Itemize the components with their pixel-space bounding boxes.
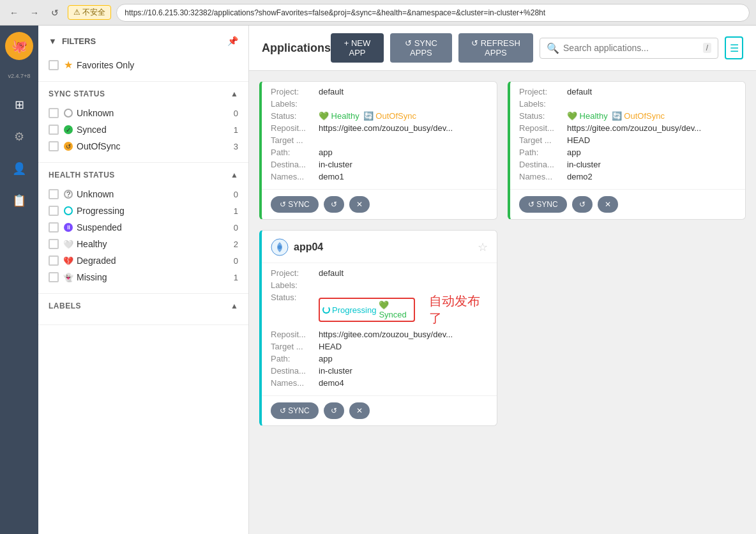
sidebar-icon-user[interactable]: 👤: [6, 156, 32, 181]
app-card-actions-1: ↺ SYNC ↺ ✕: [262, 189, 497, 219]
badge-synced-app04: 💚 Synced: [379, 300, 411, 319]
chinese-annotation: 自动发布了: [429, 293, 488, 327]
status-badges-app04: Progressing 💚 Synced 自动发布了: [319, 293, 488, 327]
delete-button-2[interactable]: ✕: [598, 196, 618, 213]
top-bar-actions: + NEW APP ↺ SYNC APPS ↺ REFRESH APPS 🔍 /…: [331, 33, 743, 63]
app-field-ns-1: Names... demo1: [271, 172, 488, 181]
sync-synced-item: ✓ Synced 1: [49, 121, 238, 138]
view-toggle-button[interactable]: ☰: [725, 36, 743, 59]
filter-title: ▼ FILTERS: [49, 36, 96, 46]
app-argo-icon: [271, 238, 289, 256]
sidebar-icon-layers[interactable]: ⊞: [6, 92, 32, 118]
sync-synced-checkbox[interactable]: [49, 125, 59, 135]
app-card-partial-1: Project: default Labels: Status: 💚 Healt…: [259, 81, 497, 220]
refresh-button-app04[interactable]: ↺: [324, 402, 344, 419]
delete-button-app04[interactable]: ✕: [349, 402, 370, 419]
version-label: v2.4.7+8: [8, 73, 31, 79]
health-missing-label: 👻 Missing: [64, 272, 229, 282]
refresh-button-1[interactable]: ↺: [324, 196, 344, 213]
health-healthy-item: 🤍 Healthy 2: [49, 236, 238, 252]
sync-unknown-count: 0: [234, 109, 238, 118]
health-unknown-dot: ?: [64, 190, 73, 199]
refresh-apps-button[interactable]: ↺ REFRESH APPS: [458, 33, 533, 63]
app-field-repo-2: Reposit... https://gitee.com/zouzou_busy…: [519, 123, 736, 133]
health-progressing-label: Progressing: [64, 206, 229, 216]
health-degraded-checkbox[interactable]: [49, 256, 59, 266]
sync-button-1[interactable]: ↺ SYNC: [271, 196, 319, 213]
health-suspended-count: 0: [234, 223, 238, 233]
sync-outofsync-item: ↺ OutOfSync 3: [49, 138, 238, 155]
app-card-header-app04: app04 ☆: [262, 231, 497, 263]
forward-button[interactable]: →: [27, 5, 42, 20]
health-missing-checkbox[interactable]: [49, 272, 59, 282]
labels-section: LABELS ▲: [38, 294, 248, 325]
icon-sidebar: 🐙 v2.4.7+8 ⊞ ⚙ 👤 📋: [0, 26, 38, 534]
delete-button-1[interactable]: ✕: [349, 196, 370, 213]
health-degraded-dot: 💔: [64, 256, 73, 265]
sync-unknown-label: Unknown: [64, 108, 229, 118]
health-healthy-checkbox[interactable]: [49, 239, 59, 249]
sync-outofsync-checkbox[interactable]: [49, 141, 59, 151]
health-unknown-checkbox[interactable]: [49, 189, 59, 199]
app-field-target-app04: Target ... HEAD: [271, 342, 488, 351]
status-badges-2: 💚 Healthy 🔄 OutOfSync: [567, 111, 665, 121]
filter-panel: ▼ FILTERS 📌 ★ Favorites Only SYNC STATUS…: [38, 26, 249, 534]
health-status-chevron[interactable]: ▲: [231, 171, 238, 179]
apps-grid: Project: default Labels: Status: 💚 Healt…: [249, 71, 756, 436]
health-healthy-count: 2: [234, 240, 238, 249]
labels-header: LABELS ▲: [49, 301, 238, 310]
labels-chevron[interactable]: ▲: [231, 301, 238, 310]
health-unknown-count: 0: [234, 190, 238, 199]
health-missing-item: 👻 Missing 1: [49, 269, 238, 286]
app-field-dest-2: Destina... in-cluster: [519, 160, 736, 169]
search-input[interactable]: [563, 43, 699, 53]
labels-title: LABELS: [49, 301, 81, 310]
status-highlight-app04: Progressing 💚 Synced: [319, 298, 415, 322]
badge-progressing-app04: Progressing: [322, 305, 376, 315]
sync-button-2[interactable]: ↺ SYNC: [519, 196, 567, 213]
app-field-dest-app04: Destina... in-cluster: [271, 366, 488, 376]
favorites-checkbox[interactable]: [49, 60, 59, 70]
app-field-path-2: Path: app: [519, 148, 736, 157]
sync-outofsync-count: 3: [234, 142, 238, 151]
back-button[interactable]: ←: [6, 5, 22, 20]
page-title: Applications: [262, 42, 331, 55]
health-degraded-label: 💔 Degraded: [64, 256, 229, 266]
sync-unknown-checkbox[interactable]: [49, 108, 59, 118]
health-status-title: HEALTH STATUS: [49, 171, 115, 179]
url-bar[interactable]: https://10.6.215.30:32382/applications?s…: [116, 4, 750, 22]
sync-synced-dot: ✓: [64, 125, 73, 134]
app-field-repo-app04: Reposit... https://gitee.com/zouzou_busy…: [271, 330, 488, 339]
app-star-app04[interactable]: ☆: [478, 240, 488, 254]
sidebar-icon-docs[interactable]: 📋: [6, 188, 32, 213]
avatar[interactable]: 🐙: [5, 32, 33, 60]
sync-status-chevron[interactable]: ▲: [231, 89, 238, 98]
health-status-header: HEALTH STATUS ▲: [49, 171, 238, 179]
app-card-partial-2: Project: default Labels: Status: 💚 Healt…: [508, 81, 746, 220]
filter-funnel-icon: ▼: [49, 36, 57, 46]
badge-healthy-1: 💚 Healthy: [319, 111, 359, 121]
search-bar: 🔍 /: [540, 38, 718, 59]
app-field-labels-2: Labels:: [519, 99, 736, 109]
browser-refresh-button[interactable]: ↺: [47, 5, 63, 20]
svg-point-1: [278, 245, 282, 249]
sidebar-icon-settings[interactable]: ⚙: [6, 124, 32, 149]
health-progressing-checkbox[interactable]: [49, 206, 59, 216]
refresh-button-2[interactable]: ↺: [572, 196, 593, 213]
app-card-body-app04: Project: default Labels: Status:: [262, 263, 497, 395]
security-warning: ⚠ 不安全: [68, 5, 111, 20]
app-card-title-app04: app04: [271, 238, 323, 256]
pin-icon[interactable]: 📌: [227, 36, 238, 46]
health-healthy-dot: 🤍: [64, 240, 73, 248]
sync-apps-button[interactable]: ↺ SYNC APPS: [390, 33, 452, 63]
app-container: 🐙 v2.4.7+8 ⊞ ⚙ 👤 📋 ▼ FILTERS 📌 ★: [0, 26, 756, 534]
search-icon: 🔍: [547, 42, 559, 54]
app-field-path-app04: Path: app: [271, 354, 488, 363]
sync-button-app04[interactable]: ↺ SYNC: [271, 402, 319, 419]
app-field-target-1: Target ...: [271, 135, 488, 145]
health-suspended-checkbox[interactable]: [49, 222, 59, 233]
app-card-app04: app04 ☆ Project: default Labels: Status:: [259, 230, 497, 426]
health-progressing-count: 1: [234, 206, 238, 216]
new-app-button[interactable]: + NEW APP: [331, 33, 384, 63]
app-card-actions-app04: ↺ SYNC ↺ ✕: [262, 395, 497, 425]
